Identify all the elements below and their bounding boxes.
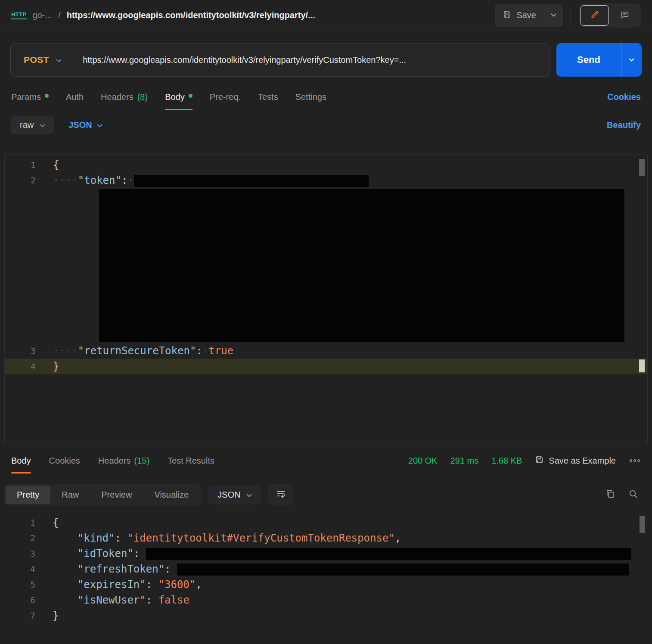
url-row: POST https://www.googleapis.com/identity…	[0, 43, 652, 77]
tab-headers[interactable]: Headers (8)	[101, 83, 148, 111]
breadcrumb-separator: /	[58, 10, 61, 20]
line-number: 4	[4, 561, 35, 577]
search-response-button[interactable]	[628, 489, 638, 500]
line-number: 1	[5, 157, 36, 173]
cookies-link[interactable]: Cookies	[607, 92, 641, 102]
save-split-button: Save	[495, 4, 563, 27]
wrap-lines-button[interactable]	[268, 484, 293, 505]
response-tab-body[interactable]: Body	[11, 447, 31, 474]
headers-count: (8)	[137, 92, 148, 102]
code-line: 5 "expiresIn": "3600",	[4, 577, 648, 592]
redacted-value-block	[99, 189, 624, 342]
code-line: 2 "kind": "identitytoolkit#VerifyCustomT…	[4, 530, 648, 546]
copy-response-button[interactable]	[605, 489, 615, 500]
line-number: 3	[4, 546, 35, 561]
response-meta: 200 OK 291 ms 1.68 KB Save as Example	[408, 455, 641, 466]
request-header-bar: HTTP go-... / https://www.googleapis.com…	[0, 0, 652, 31]
chevron-down-icon	[40, 120, 45, 130]
response-language-label: JSON	[217, 490, 240, 500]
line-number: 2	[5, 173, 36, 188]
save-as-example-label: Save as Example	[549, 456, 616, 466]
body-mode-toolbar: raw JSON Beautify	[0, 111, 652, 139]
tab-params[interactable]: Params	[11, 83, 49, 111]
chevron-down-icon	[551, 12, 556, 19]
view-mode-pretty[interactable]: Pretty	[6, 486, 50, 504]
line-number: 2	[4, 530, 35, 546]
save-as-example-button[interactable]: Save as Example	[535, 455, 616, 466]
more-dots-icon	[629, 458, 641, 464]
postman-window: HTTP go-... / https://www.googleapis.com…	[0, 0, 652, 644]
code-line: 4}	[5, 359, 647, 374]
more-options-button[interactable]	[629, 458, 641, 464]
code-line: 1{	[4, 515, 648, 530]
tab-settings[interactable]: Settings	[295, 83, 326, 111]
http-request-icon: HTTP	[11, 11, 27, 19]
header-actions: Save	[495, 3, 641, 28]
body-mode-dropdown[interactable]: raw	[11, 116, 54, 134]
request-title[interactable]: https://www.googleapis.com/identitytoolk…	[67, 10, 315, 20]
response-time: 291 ms	[450, 456, 479, 466]
code-line: 6 "isNewUser": false	[4, 592, 648, 608]
code-line: 2····"token":·	[5, 173, 647, 188]
wrap-line-icon	[276, 489, 286, 501]
method-dropdown[interactable]: POST	[11, 43, 73, 76]
header-divider	[571, 6, 571, 25]
response-tab-test-results[interactable]: Test Results	[168, 447, 214, 474]
chevron-down-icon	[629, 57, 634, 63]
redacted-value	[134, 175, 369, 187]
request-body-editor[interactable]: 1{2····"token":·3····"returnSecureToken"…	[4, 154, 648, 443]
code-line: 7}	[4, 608, 648, 623]
save-button[interactable]: Save	[495, 4, 544, 27]
body-mode-label: raw	[20, 120, 34, 130]
tab-body[interactable]: Body	[165, 83, 192, 111]
floppy-icon	[503, 10, 512, 21]
code-line: 4 "refreshToken":	[4, 561, 648, 577]
send-options-button[interactable]	[621, 43, 642, 77]
send-button[interactable]: Send	[556, 43, 621, 77]
language-label: JSON	[68, 120, 92, 130]
view-mode-raw[interactable]: Raw	[50, 486, 90, 504]
chevron-down-icon	[56, 55, 62, 65]
line-number: 3	[5, 343, 36, 359]
tab-pre-request[interactable]: Pre-req.	[210, 83, 241, 111]
comments-button[interactable]	[611, 5, 639, 26]
line-number: 4	[5, 359, 36, 374]
breadcrumb: HTTP go-... / https://www.googleapis.com…	[11, 10, 315, 20]
url-input[interactable]: https://www.googleapis.com/identitytoolk…	[73, 55, 549, 65]
response-tab-headers[interactable]: Headers (15)	[98, 447, 149, 474]
copy-icon	[605, 489, 615, 500]
redacted-value	[146, 548, 631, 560]
scrollbar-thumb[interactable]	[640, 516, 645, 533]
request-tabs: Params Auth Headers (8) Body Pre-req. Te…	[0, 83, 652, 111]
beautify-link[interactable]: Beautify	[607, 120, 641, 130]
tab-tests[interactable]: Tests	[258, 83, 278, 111]
language-dropdown[interactable]: JSON	[68, 120, 102, 130]
response-headers-count: (15)	[134, 456, 149, 466]
send-split-button: Send	[556, 43, 642, 77]
params-modified-dot	[45, 94, 49, 98]
response-size: 1.68 KB	[491, 456, 522, 466]
line-number: 5	[4, 577, 35, 592]
save-options-button[interactable]	[544, 4, 563, 27]
tab-auth[interactable]: Auth	[66, 83, 84, 111]
cursor-line-marker	[639, 359, 645, 372]
response-view-group: Pretty Raw Preview Visualize	[4, 484, 201, 505]
search-icon	[628, 489, 638, 500]
line-number: 7	[4, 608, 35, 623]
body-modified-dot	[189, 94, 192, 98]
save-label: Save	[516, 10, 536, 20]
line-number: 1	[4, 515, 35, 530]
response-actions	[605, 489, 648, 500]
scrollbar-thumb[interactable]	[639, 159, 645, 176]
line-number: 6	[4, 592, 35, 608]
view-mode-visualize[interactable]: Visualize	[143, 486, 200, 504]
redacted-value	[177, 564, 629, 576]
response-body-viewer[interactable]: 1{2 "kind": "identitytoolkit#VerifyCusto…	[4, 512, 648, 642]
view-mode-preview[interactable]: Preview	[90, 486, 143, 504]
breadcrumb-collection[interactable]: go-...	[33, 10, 53, 20]
method-label: POST	[24, 55, 49, 65]
pencil-icon	[590, 10, 599, 21]
response-language-dropdown[interactable]: JSON	[208, 485, 261, 505]
edit-request-button[interactable]	[581, 5, 609, 26]
response-tab-cookies[interactable]: Cookies	[49, 447, 80, 474]
